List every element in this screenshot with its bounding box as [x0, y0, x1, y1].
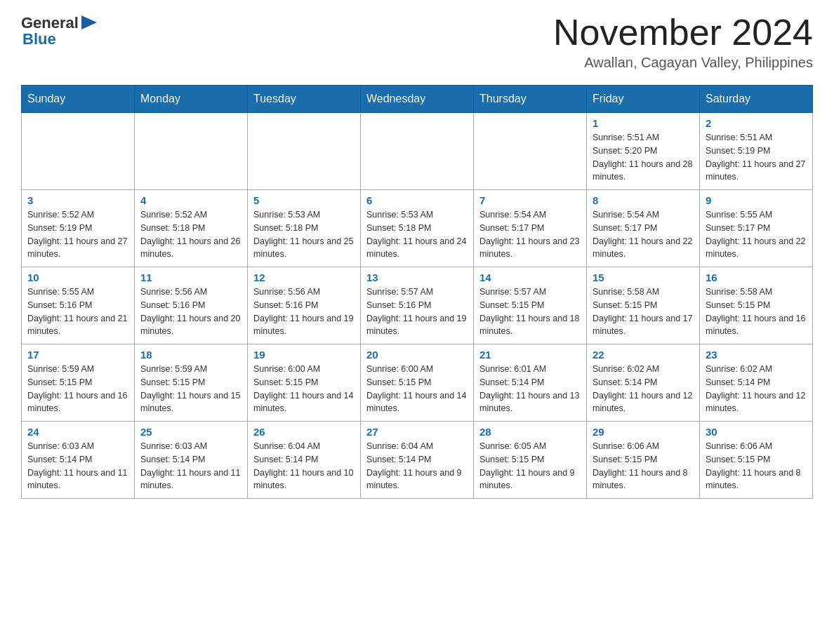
- day-number: 4: [140, 194, 241, 206]
- calendar-cell: 21Sunrise: 6:01 AMSunset: 5:14 PMDayligh…: [474, 344, 587, 422]
- day-number: 1: [593, 117, 694, 129]
- day-number: 19: [253, 349, 355, 361]
- day-info: Sunrise: 5:54 AMSunset: 5:17 PMDaylight:…: [593, 208, 694, 261]
- day-info: Sunrise: 6:06 AMSunset: 5:15 PMDaylight:…: [706, 440, 807, 492]
- day-info: Sunrise: 5:58 AMSunset: 5:15 PMDaylight:…: [593, 286, 694, 338]
- calendar-cell: 27Sunrise: 6:04 AMSunset: 5:14 PMDayligh…: [361, 422, 474, 499]
- weekday-header-sunday: Sunday: [22, 86, 135, 113]
- day-info: Sunrise: 5:52 AMSunset: 5:19 PMDaylight:…: [27, 208, 128, 261]
- weekday-header-tuesday: Tuesday: [248, 86, 361, 113]
- weekday-header-row: SundayMondayTuesdayWednesdayThursdayFrid…: [22, 86, 813, 113]
- day-info: Sunrise: 6:06 AMSunset: 5:15 PMDaylight:…: [593, 440, 694, 492]
- day-info: Sunrise: 5:59 AMSunset: 5:15 PMDaylight:…: [27, 363, 128, 415]
- day-number: 9: [706, 194, 807, 206]
- calendar-cell: 14Sunrise: 5:57 AMSunset: 5:15 PMDayligh…: [474, 267, 587, 344]
- calendar-cell: 26Sunrise: 6:04 AMSunset: 5:14 PMDayligh…: [248, 422, 361, 499]
- calendar-cell: 2Sunrise: 5:51 AMSunset: 5:19 PMDaylight…: [700, 113, 813, 190]
- day-info: Sunrise: 6:04 AMSunset: 5:14 PMDaylight:…: [253, 440, 355, 492]
- calendar-cell: [135, 113, 248, 190]
- day-number: 30: [706, 426, 807, 438]
- day-info: Sunrise: 5:53 AMSunset: 5:18 PMDaylight:…: [253, 208, 355, 261]
- calendar-cell: 12Sunrise: 5:56 AMSunset: 5:16 PMDayligh…: [248, 267, 361, 344]
- calendar-cell: 16Sunrise: 5:58 AMSunset: 5:15 PMDayligh…: [700, 267, 813, 344]
- day-number: 21: [479, 349, 581, 361]
- day-number: 8: [593, 194, 694, 206]
- weekday-header-friday: Friday: [587, 86, 700, 113]
- logo: General Blue: [21, 14, 97, 47]
- calendar-table: SundayMondayTuesdayWednesdayThursdayFrid…: [21, 85, 813, 499]
- calendar-cell: 24Sunrise: 6:03 AMSunset: 5:14 PMDayligh…: [22, 422, 135, 499]
- calendar-cell: [474, 113, 587, 190]
- day-info: Sunrise: 5:51 AMSunset: 5:19 PMDaylight:…: [706, 131, 807, 184]
- svg-marker-0: [81, 15, 97, 29]
- day-number: 17: [27, 349, 128, 361]
- day-number: 16: [706, 271, 807, 283]
- day-info: Sunrise: 5:56 AMSunset: 5:16 PMDaylight:…: [140, 286, 241, 338]
- calendar-cell: 8Sunrise: 5:54 AMSunset: 5:17 PMDaylight…: [587, 190, 700, 267]
- calendar-cell: 20Sunrise: 6:00 AMSunset: 5:15 PMDayligh…: [361, 344, 474, 422]
- day-number: 27: [366, 426, 468, 438]
- calendar-cell: 10Sunrise: 5:55 AMSunset: 5:16 PMDayligh…: [22, 267, 135, 344]
- week-row-5: 24Sunrise: 6:03 AMSunset: 5:14 PMDayligh…: [22, 422, 813, 499]
- day-number: 11: [140, 271, 241, 283]
- logo-blue-text: Blue: [22, 32, 97, 47]
- day-info: Sunrise: 5:51 AMSunset: 5:20 PMDaylight:…: [593, 131, 694, 184]
- calendar-cell: 25Sunrise: 6:03 AMSunset: 5:14 PMDayligh…: [135, 422, 248, 499]
- calendar-cell: 7Sunrise: 5:54 AMSunset: 5:17 PMDaylight…: [474, 190, 587, 267]
- day-info: Sunrise: 5:56 AMSunset: 5:16 PMDaylight:…: [253, 286, 355, 338]
- weekday-header-thursday: Thursday: [474, 86, 587, 113]
- calendar-cell: 23Sunrise: 6:02 AMSunset: 5:14 PMDayligh…: [700, 344, 813, 422]
- day-number: 5: [253, 194, 355, 206]
- day-info: Sunrise: 5:59 AMSunset: 5:15 PMDaylight:…: [140, 363, 241, 415]
- week-row-2: 3Sunrise: 5:52 AMSunset: 5:19 PMDaylight…: [22, 190, 813, 267]
- day-info: Sunrise: 6:01 AMSunset: 5:14 PMDaylight:…: [479, 363, 581, 415]
- calendar-cell: 22Sunrise: 6:02 AMSunset: 5:14 PMDayligh…: [587, 344, 700, 422]
- day-info: Sunrise: 6:04 AMSunset: 5:14 PMDaylight:…: [366, 440, 468, 492]
- calendar-cell: 30Sunrise: 6:06 AMSunset: 5:15 PMDayligh…: [700, 422, 813, 499]
- day-info: Sunrise: 6:03 AMSunset: 5:14 PMDaylight:…: [140, 440, 241, 492]
- day-number: 20: [366, 349, 468, 361]
- day-info: Sunrise: 5:57 AMSunset: 5:15 PMDaylight:…: [479, 286, 581, 338]
- day-number: 7: [479, 194, 581, 206]
- day-number: 29: [593, 426, 694, 438]
- logo-arrow-icon: [81, 15, 97, 29]
- day-number: 12: [253, 271, 355, 283]
- calendar-cell: 29Sunrise: 6:06 AMSunset: 5:15 PMDayligh…: [587, 422, 700, 499]
- calendar-cell: 28Sunrise: 6:05 AMSunset: 5:15 PMDayligh…: [474, 422, 587, 499]
- day-number: 24: [27, 426, 128, 438]
- day-info: Sunrise: 5:53 AMSunset: 5:18 PMDaylight:…: [366, 208, 468, 261]
- calendar-cell: 6Sunrise: 5:53 AMSunset: 5:18 PMDaylight…: [361, 190, 474, 267]
- calendar-cell: 19Sunrise: 6:00 AMSunset: 5:15 PMDayligh…: [248, 344, 361, 422]
- day-info: Sunrise: 6:00 AMSunset: 5:15 PMDaylight:…: [366, 363, 468, 415]
- day-number: 23: [706, 349, 807, 361]
- day-info: Sunrise: 5:55 AMSunset: 5:16 PMDaylight:…: [27, 286, 128, 338]
- calendar-cell: 11Sunrise: 5:56 AMSunset: 5:16 PMDayligh…: [135, 267, 248, 344]
- day-number: 15: [593, 271, 694, 283]
- week-row-3: 10Sunrise: 5:55 AMSunset: 5:16 PMDayligh…: [22, 267, 813, 344]
- day-number: 28: [479, 426, 581, 438]
- calendar-cell: [361, 113, 474, 190]
- calendar-cell: [248, 113, 361, 190]
- weekday-header-wednesday: Wednesday: [361, 86, 474, 113]
- day-info: Sunrise: 5:58 AMSunset: 5:15 PMDaylight:…: [706, 286, 807, 338]
- day-info: Sunrise: 6:05 AMSunset: 5:15 PMDaylight:…: [479, 440, 581, 492]
- logo-general-text: General: [21, 15, 79, 31]
- day-info: Sunrise: 5:54 AMSunset: 5:17 PMDaylight:…: [479, 208, 581, 261]
- weekday-header-saturday: Saturday: [700, 86, 813, 113]
- day-number: 18: [140, 349, 241, 361]
- calendar-cell: 4Sunrise: 5:52 AMSunset: 5:18 PMDaylight…: [135, 190, 248, 267]
- day-info: Sunrise: 5:57 AMSunset: 5:16 PMDaylight:…: [366, 286, 468, 338]
- calendar-cell: 9Sunrise: 5:55 AMSunset: 5:17 PMDaylight…: [700, 190, 813, 267]
- calendar-cell: 15Sunrise: 5:58 AMSunset: 5:15 PMDayligh…: [587, 267, 700, 344]
- day-info: Sunrise: 5:52 AMSunset: 5:18 PMDaylight:…: [140, 208, 241, 261]
- day-number: 10: [27, 271, 128, 283]
- calendar-cell: 1Sunrise: 5:51 AMSunset: 5:20 PMDaylight…: [587, 113, 700, 190]
- week-row-1: 1Sunrise: 5:51 AMSunset: 5:20 PMDaylight…: [22, 113, 813, 190]
- day-number: 14: [479, 271, 581, 283]
- month-title: November 2024: [553, 14, 813, 51]
- page-header: General Blue November 2024 Awallan, Caga…: [21, 14, 813, 71]
- calendar-cell: 5Sunrise: 5:53 AMSunset: 5:18 PMDaylight…: [248, 190, 361, 267]
- calendar-cell: 18Sunrise: 5:59 AMSunset: 5:15 PMDayligh…: [135, 344, 248, 422]
- day-number: 25: [140, 426, 241, 438]
- day-info: Sunrise: 6:03 AMSunset: 5:14 PMDaylight:…: [27, 440, 128, 492]
